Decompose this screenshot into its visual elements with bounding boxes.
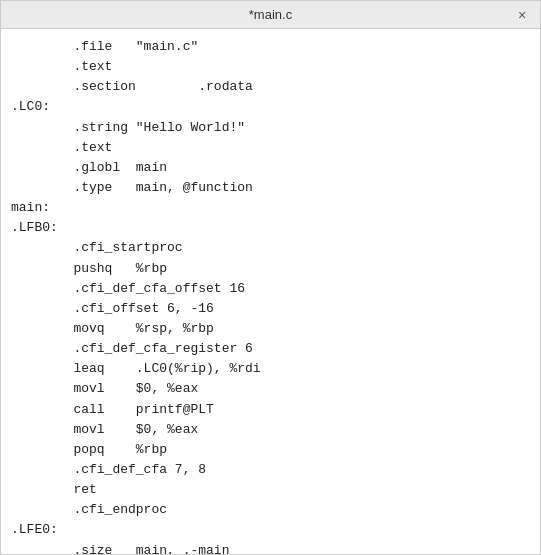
code-line: leaq .LC0(%rip), %rdi xyxy=(1,359,540,379)
code-line: .cfi_def_cfa_offset 16 xyxy=(1,279,540,299)
code-line: .LFB0: xyxy=(1,218,540,238)
code-line: .string "Hello World!" xyxy=(1,118,540,138)
code-line: movq %rsp, %rbp xyxy=(1,319,540,339)
code-line: .text xyxy=(1,138,540,158)
code-line: .cfi_def_cfa 7, 8 xyxy=(1,460,540,480)
code-line: main: xyxy=(1,198,540,218)
window-title: *main.c xyxy=(29,7,512,22)
code-line: .type main, @function xyxy=(1,178,540,198)
code-line: .size main, .-main xyxy=(1,541,540,554)
code-line: .cfi_endproc xyxy=(1,500,540,520)
code-line: .text xyxy=(1,57,540,77)
code-line: call printf@PLT xyxy=(1,400,540,420)
code-line: popq %rbp xyxy=(1,440,540,460)
code-line: pushq %rbp xyxy=(1,259,540,279)
code-line: .cfi_def_cfa_register 6 xyxy=(1,339,540,359)
code-line: movl $0, %eax xyxy=(1,420,540,440)
code-line: .cfi_startproc xyxy=(1,238,540,258)
code-line: .cfi_offset 6, -16 xyxy=(1,299,540,319)
code-line: movl $0, %eax xyxy=(1,379,540,399)
code-line: .file "main.c" xyxy=(1,37,540,57)
code-line: .globl main xyxy=(1,158,540,178)
close-button[interactable]: × xyxy=(512,5,532,25)
title-bar: *main.c × xyxy=(1,1,540,29)
main-window: *main.c × .file "main.c" .text .section … xyxy=(0,0,541,555)
code-line: .LC0: xyxy=(1,97,540,117)
code-line: .section .rodata xyxy=(1,77,540,97)
code-line: ret xyxy=(1,480,540,500)
code-line: .LFE0: xyxy=(1,520,540,540)
code-area: .file "main.c" .text .section .rodata.LC… xyxy=(1,29,540,554)
